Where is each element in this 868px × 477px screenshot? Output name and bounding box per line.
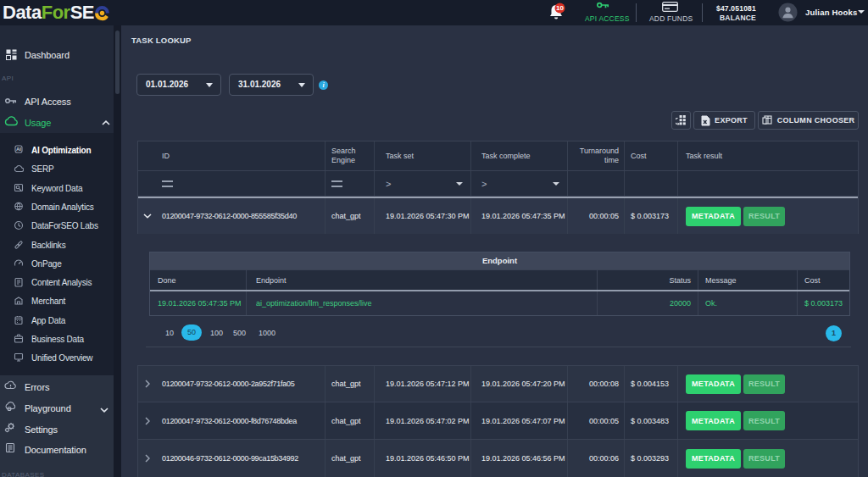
svg-text:AI: AI xyxy=(16,147,21,152)
svg-text:10: 10 xyxy=(556,4,564,12)
